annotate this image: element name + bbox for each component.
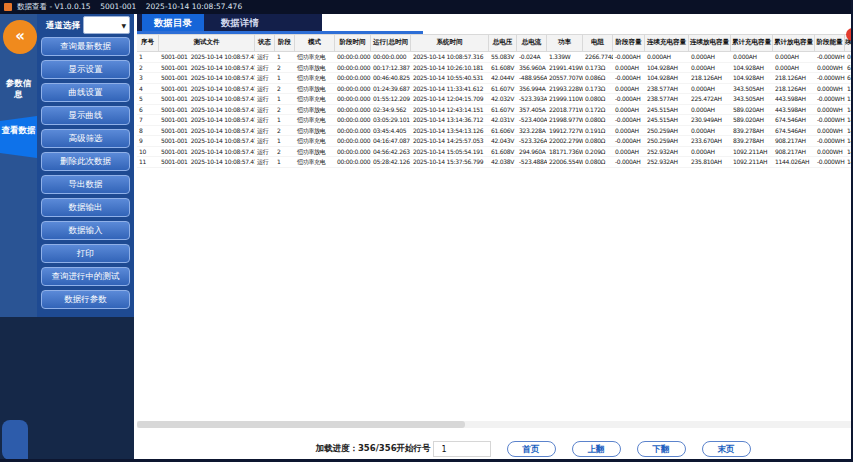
table-cell: 21991.419W — [547, 63, 583, 74]
table-cell: -0.000WH — [815, 136, 845, 147]
table-row[interactable]: 115001-001 2025-10-14 10:08:57.476运行1恒功率… — [137, 157, 853, 168]
sidebar-button[interactable]: 导出数据 — [41, 175, 130, 194]
sidebar-button[interactable]: 显示设置 — [41, 60, 130, 79]
main-tab[interactable]: 数据目录 — [142, 14, 204, 31]
table-row[interactable]: 35001-001 2025-10-14 10:08:57.476运行1恒功率充… — [137, 73, 853, 84]
sidebar-button[interactable]: 打印 — [41, 244, 130, 263]
sidebar-button[interactable]: 查询最新数据 — [41, 37, 130, 56]
pagination-button[interactable]: 末页 — [702, 441, 751, 457]
header-cell[interactable]: 阶段 — [275, 35, 295, 53]
table-row[interactable]: 105001-001 2025-10-14 10:08:57.476运行2恒功率… — [137, 147, 853, 158]
table-cell: -0.000WH — [815, 157, 845, 168]
header-cell[interactable]: 系统时间 — [411, 35, 489, 53]
app-logo-icon — [4, 3, 12, 11]
pagination-button[interactable]: 下翻 — [637, 441, 686, 457]
table-cell: 恒功率充电 — [295, 157, 335, 168]
header-cell[interactable]: 阶段容量 — [613, 35, 645, 53]
table-cell: 5001-001 2025-10-14 10:08:57.476 — [159, 115, 255, 126]
header-cell[interactable]: 电阻 — [583, 35, 613, 53]
table-cell: 5001-001 2025-10-14 10:08:57.476 — [159, 84, 255, 95]
table-cell: 218.126AH — [773, 73, 815, 84]
table-cell: 0.086Ω — [583, 73, 613, 84]
table-row[interactable]: 75001-001 2025-10-14 10:08:57.476运行1恒功率充… — [137, 115, 853, 126]
table-cell: 61.607V — [489, 105, 517, 116]
table-cell: -0.000WH — [815, 115, 845, 126]
table-cell: 2 — [275, 84, 295, 95]
table-cell: -0.000AH — [613, 115, 645, 126]
header-cell[interactable]: 阶段能量 — [815, 35, 845, 53]
table-cell: -523.400A — [517, 115, 547, 126]
table-row[interactable]: 65001-001 2025-10-14 10:08:57.476运行2恒功率放… — [137, 105, 853, 116]
table-cell: 00:00:0.000 — [371, 52, 411, 63]
table-cell: 运行 — [255, 126, 275, 137]
scrollbar-thumb[interactable] — [137, 421, 465, 428]
pagination-button[interactable]: 上翻 — [572, 441, 621, 457]
sidebar-button[interactable]: 查询进行中的测试 — [41, 267, 130, 286]
table-cell: 1 — [275, 94, 295, 105]
header-cell[interactable]: 状态 — [255, 35, 275, 53]
sidebar-button[interactable]: 显示曲线 — [41, 106, 130, 125]
table-cell: 245.515AH — [645, 115, 689, 126]
start-row-label: 开始行号 — [397, 443, 431, 455]
table-row[interactable]: 25001-001 2025-10-14 10:08:57.476运行2恒功率放… — [137, 63, 853, 74]
collapse-sidebar-button[interactable]: « — [3, 20, 37, 54]
sidebar-button[interactable]: 高级筛选 — [41, 129, 130, 148]
table-cell: 0.173Ω — [583, 63, 613, 74]
header-cell[interactable]: 序号 — [137, 35, 159, 53]
header-cell[interactable]: 阶段时间 — [335, 35, 371, 53]
table-row[interactable]: 95001-001 2025-10-14 10:08:57.476运行1恒功率充… — [137, 136, 853, 147]
sidebar-button[interactable]: 数据输入 — [41, 221, 130, 240]
pagination-button[interactable]: 首页 — [507, 441, 556, 457]
table-cell: 356.994A — [517, 84, 547, 95]
table-cell: 2025-10-14 15:05:54.191 — [411, 147, 489, 158]
table-cell: 1092.211AH — [731, 147, 773, 158]
sidebar-button[interactable]: 数据行参数 — [41, 290, 130, 309]
table-cell: 9 — [137, 136, 159, 147]
header-cell[interactable]: 连续充电容量 — [645, 35, 689, 53]
header-cell[interactable]: 总电压 — [489, 35, 517, 53]
horizontal-scrollbar[interactable] — [137, 421, 853, 428]
sidebar-button[interactable]: 删除此次数据 — [41, 152, 130, 171]
table-cell: 2025-10-14 12:04:15.709 — [411, 94, 489, 105]
table-cell: 04:16:47.087 — [371, 136, 411, 147]
header-cell[interactable]: 连续放电容量 — [689, 35, 731, 53]
table-cell: 恒功率放电 — [295, 84, 335, 95]
table-cell: 00:17:12.387 — [371, 63, 411, 74]
channel-select-dropdown[interactable]: ▼ — [83, 16, 130, 34]
sidebar-nav-tab[interactable]: 查看数据 — [0, 116, 37, 158]
table-cell: 1 — [275, 115, 295, 126]
header-cell[interactable]: 模式 — [295, 35, 335, 53]
header-cell[interactable]: 测试文件 — [159, 35, 255, 53]
table-cell: 356.960A — [517, 63, 547, 74]
table-cell: 运行 — [255, 84, 275, 95]
table-cell: 4 — [137, 84, 159, 95]
sidebar-nav-tab[interactable]: 参数信息 — [2, 78, 35, 100]
table-row[interactable]: 45001-001 2025-10-14 10:08:57.476运行2恒功率放… — [137, 84, 853, 95]
table-cell: 61.608V — [489, 147, 517, 158]
table-cell: 0.000AH — [645, 52, 689, 63]
table-cell: 恒功率放电 — [295, 147, 335, 158]
table-cell: 245.515AH — [645, 105, 689, 116]
table-cell: 2 — [275, 147, 295, 158]
table-cell: 323.228A — [517, 126, 547, 137]
sidebar-button[interactable]: 曲线设置 — [41, 83, 130, 102]
header-cell[interactable]: 总电流 — [517, 35, 547, 53]
table-cell: 00:00:0.000 — [335, 63, 371, 74]
table-cell: 674.546AH — [773, 126, 815, 137]
table-cell: 0.173Ω — [583, 84, 613, 95]
table-cell: 恒功率放电 — [295, 63, 335, 74]
table-row[interactable]: 15001-001 2025-10-14 10:08:57.476运行1恒功率充… — [137, 52, 853, 63]
table-cell: 0.000WH — [815, 63, 845, 74]
header-cell[interactable]: 功率 — [547, 35, 583, 53]
table-row[interactable]: 85001-001 2025-10-14 10:08:57.476运行2恒功率放… — [137, 126, 853, 137]
header-cell[interactable]: 累计放电容量 — [773, 35, 815, 53]
main-tab[interactable]: 数据详情 — [209, 14, 271, 31]
sidebar-button[interactable]: 数据输出 — [41, 198, 130, 217]
table-cell: 3 — [137, 73, 159, 84]
start-row-input[interactable] — [433, 441, 491, 457]
header-cell[interactable]: 累计充电容量 — [731, 35, 773, 53]
table-row[interactable]: 55001-001 2025-10-14 10:08:57.476运行1恒功率充… — [137, 94, 853, 105]
table-cell: 104.928AH — [645, 73, 689, 84]
table-cell: 恒功率充电 — [295, 73, 335, 84]
header-cell[interactable]: 运行|总时间 — [371, 35, 411, 53]
